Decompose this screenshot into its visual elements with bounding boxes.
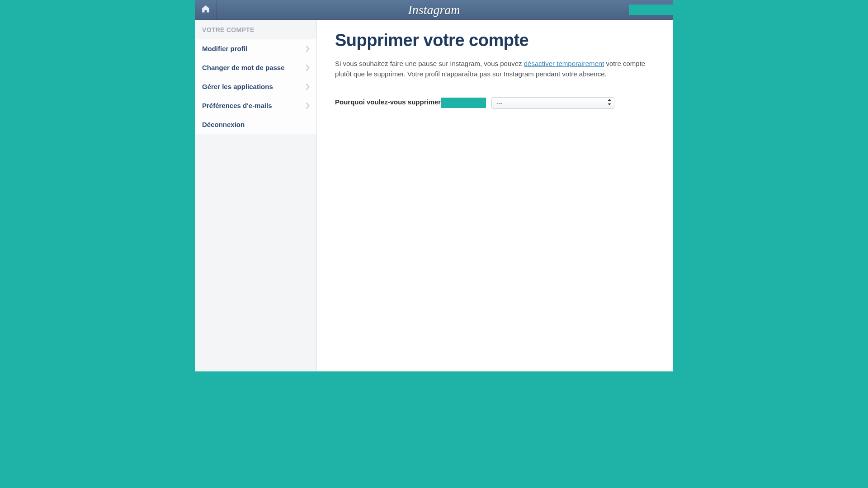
sidebar: VOTRE COMPTE Modifier profil Changer de …: [195, 20, 317, 371]
sidebar-item-email-preferences[interactable]: Préférences d'e-mails: [195, 96, 316, 115]
sidebar-item-label: Préférences d'e-mails: [202, 102, 272, 109]
sidebar-item-edit-profile[interactable]: Modifier profil: [195, 39, 316, 58]
main-panel: Supprimer votre compte Si vous souhaitez…: [317, 20, 673, 371]
app-window: Instagram VOTRE COMPTE Modifier profil C…: [195, 0, 673, 371]
chevron-right-icon: [306, 65, 310, 71]
sidebar-header: VOTRE COMPTE: [195, 20, 316, 39]
page-title: Supprimer votre compte: [335, 31, 655, 50]
delete-reason-row: Pourquoi voulez-vous supprimer ---: [335, 97, 655, 109]
redacted-block: [629, 5, 673, 15]
sidebar-item-label: Changer de mot de passe: [202, 64, 285, 71]
delete-reason-select[interactable]: ---: [491, 97, 614, 109]
redacted-username: [441, 98, 486, 108]
delete-reason-label: Pourquoi voulez-vous supprimer: [335, 98, 486, 108]
lead-paragraph: Si vous souhaitez faire une pause sur In…: [335, 58, 655, 87]
content-area: VOTRE COMPTE Modifier profil Changer de …: [195, 20, 673, 371]
home-button[interactable]: [195, 0, 217, 20]
select-value: ---: [496, 99, 502, 106]
topbar: Instagram: [195, 0, 673, 20]
sidebar-item-change-password[interactable]: Changer de mot de passe: [195, 58, 316, 77]
sidebar-item-manage-apps[interactable]: Gérer les applications: [195, 77, 316, 96]
delete-reason-select-wrap: ---: [491, 97, 614, 109]
chevron-right-icon: [306, 46, 310, 52]
sidebar-item-label: Modifier profil: [202, 45, 247, 52]
sidebar-item-label: Déconnexion: [202, 121, 245, 128]
brand-logo-text: Instagram: [408, 3, 460, 17]
chevron-right-icon: [306, 103, 310, 109]
sidebar-item-logout[interactable]: Déconnexion: [195, 115, 316, 134]
delete-reason-label-text: Pourquoi voulez-vous supprimer: [335, 98, 441, 106]
lead-text-before: Si vous souhaitez faire une pause sur In…: [335, 60, 524, 67]
disable-temporarily-link[interactable]: désactiver temporairement: [524, 60, 604, 67]
brand-logo[interactable]: Instagram: [408, 0, 460, 20]
home-icon: [201, 4, 211, 16]
sidebar-item-label: Gérer les applications: [202, 83, 273, 90]
chevron-right-icon: [306, 84, 310, 90]
